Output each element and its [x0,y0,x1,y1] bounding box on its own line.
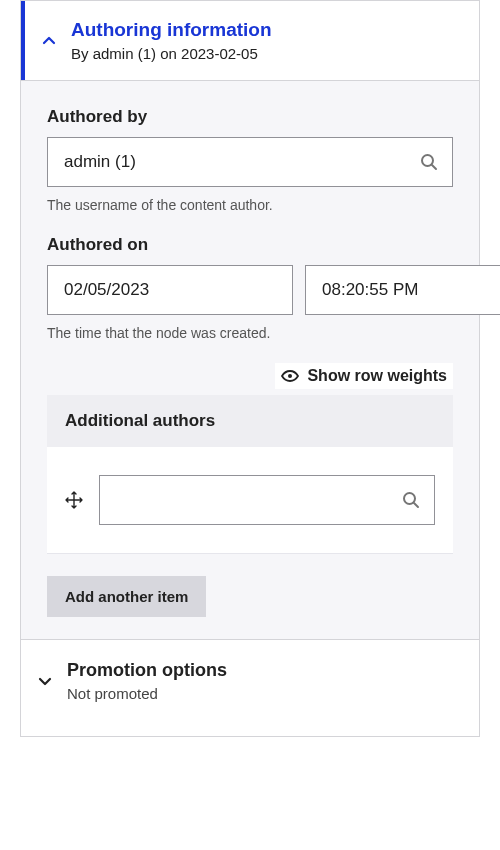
authoring-panel: Authoring information By admin (1) on 20… [20,0,480,737]
table-row [47,447,453,554]
authored-by-input[interactable] [47,137,453,187]
authored-on-help: The time that the node was created. [47,325,453,341]
authored-by-field: Authored by The username of the content … [47,107,453,213]
drag-handle-icon[interactable] [65,491,83,509]
authored-on-time-input[interactable] [305,265,500,315]
authored-on-label: Authored on [47,235,453,255]
authored-by-help: The username of the content author. [47,197,453,213]
promotion-title: Promotion options [67,660,227,681]
eye-icon [281,370,299,382]
authoring-content: Authored by The username of the content … [21,80,479,639]
authoring-accordion-header[interactable]: Authoring information By admin (1) on 20… [21,1,479,80]
authoring-subtitle: By admin (1) on 2023-02-05 [71,45,272,62]
authoring-title: Authoring information [71,19,272,41]
authored-by-label: Authored by [47,107,453,127]
promotion-subtitle: Not promoted [67,685,227,702]
chevron-up-icon [41,33,57,49]
chevron-down-icon [37,673,53,689]
additional-authors-header: Additional authors [47,395,453,447]
show-row-weights-toggle[interactable]: Show row weights [275,363,453,389]
additional-authors-section: Show row weights Additional authors [47,363,453,554]
authored-on-date-input[interactable] [47,265,293,315]
authored-by-input-wrap [47,137,453,187]
additional-author-input[interactable] [99,475,435,525]
authored-on-field: Authored on The time that the node was c… [47,235,453,341]
search-icon [419,152,439,172]
svg-point-1 [288,374,292,378]
show-row-weights-label: Show row weights [307,367,447,385]
promotion-accordion-header[interactable]: Promotion options Not promoted [21,639,479,736]
search-icon [401,490,421,510]
add-another-item-button[interactable]: Add another item [47,576,206,617]
